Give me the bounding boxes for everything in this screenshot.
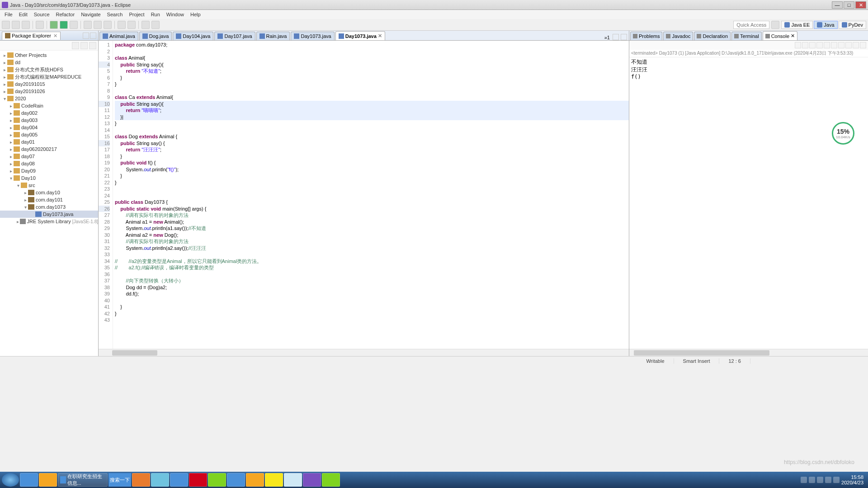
taskbar-ie-icon[interactable]	[20, 473, 38, 487]
debug-icon[interactable]	[50, 21, 58, 29]
menu-run[interactable]: Run	[148, 11, 163, 18]
tree-node[interactable]: ▸Day09	[0, 167, 98, 174]
new-icon[interactable]	[2, 21, 10, 29]
taskbar-360-icon[interactable]	[208, 473, 226, 487]
tree-node[interactable]: ▸day08	[0, 160, 98, 167]
view-min-icon[interactable]	[83, 33, 89, 39]
taskbar-add-icon[interactable]	[322, 473, 340, 487]
tree-node[interactable]: ▸day20191026	[0, 88, 98, 95]
taskbar-youdao-icon[interactable]	[189, 473, 207, 487]
view-menu-icon[interactable]	[89, 42, 96, 49]
newpkg-icon[interactable]	[84, 21, 92, 29]
refresh-icon[interactable]	[104, 21, 112, 29]
menu-project[interactable]: Project	[126, 11, 147, 18]
view-max-icon[interactable]	[860, 42, 866, 48]
tray-net-icon[interactable]	[817, 477, 823, 483]
tree-node[interactable]: ▸day004	[0, 124, 98, 131]
menu-navigate[interactable]: Navigate	[78, 11, 103, 18]
menu-file[interactable]: File	[2, 11, 15, 18]
menu-help[interactable]: Help	[188, 11, 203, 18]
menu-source[interactable]: Source	[31, 11, 52, 18]
save-icon[interactable]	[12, 21, 20, 29]
package-explorer-tab[interactable]: Package Explorer ✕	[2, 32, 61, 40]
code-area[interactable]: package com.day1073; class Animal{ publi…	[113, 41, 629, 349]
tree-node[interactable]: ▸day20191015	[0, 80, 98, 88]
tree-node[interactable]: ▾Day10	[0, 174, 98, 182]
tree-node[interactable]: ▸day07	[0, 153, 98, 160]
taskbar-eclipse-icon[interactable]	[303, 473, 321, 487]
taskbar-explorer-icon[interactable]	[265, 473, 283, 487]
build-icon[interactable]	[36, 21, 44, 29]
tree-node[interactable]: ▸CodeRain	[0, 102, 98, 109]
menu-window[interactable]: Window	[164, 11, 187, 18]
tray-up-icon[interactable]	[801, 477, 807, 483]
tree-node[interactable]: ▸com.day10	[0, 189, 98, 196]
view-tab-terminal[interactable]: Terminal	[731, 32, 762, 40]
tray-flag-icon[interactable]	[809, 477, 815, 483]
tree-node[interactable]: ▸day0620200217	[0, 145, 98, 153]
taskbar-app2-icon[interactable]	[151, 473, 169, 487]
console-remove-icon[interactable]	[816, 42, 823, 48]
editor-tab[interactable]: Day107.java	[214, 32, 255, 40]
taskbar-app-icon[interactable]	[39, 473, 57, 487]
tray-vol-icon[interactable]	[825, 477, 831, 483]
console-terminate-icon[interactable]	[831, 42, 837, 48]
code-editor[interactable]: 1234567891011121314151617181920212223242…	[99, 41, 629, 349]
view-tab-console[interactable]: Console ✕	[763, 31, 797, 40]
start-button[interactable]	[2, 473, 19, 487]
perspective-pydev[interactable]: PyDev	[839, 21, 866, 29]
editor-tab[interactable]: Day1073.java	[291, 32, 334, 40]
editor-tab[interactable]: Rain.java	[256, 32, 290, 40]
console-hscroll[interactable]	[629, 349, 868, 356]
taskbar-firefox-icon[interactable]	[132, 473, 150, 487]
search-icon[interactable]	[127, 21, 136, 29]
menu-search[interactable]: Search	[104, 11, 126, 18]
tree-node[interactable]: ▾com.day1073	[0, 203, 98, 211]
open-perspective-icon[interactable]	[771, 21, 779, 29]
coverage-icon[interactable]	[70, 21, 78, 29]
tree-node[interactable]: ▸day01	[0, 138, 98, 145]
tab-overflow[interactable]: »1	[603, 35, 612, 40]
taskbar-browser-window[interactable]: 在职研究生招生信息...	[58, 473, 108, 487]
tree-node[interactable]: ▸day003	[0, 117, 98, 124]
maximize-button[interactable]: □	[844, 1, 854, 9]
console-clear-icon[interactable]	[795, 42, 801, 48]
console-scroll-lock-icon[interactable]	[802, 42, 808, 48]
editor-tab[interactable]: Day1073.java✕	[335, 31, 385, 40]
taskbar-ie2-icon[interactable]	[227, 473, 245, 487]
tree-node[interactable]: ▸JRE System Library[JavaSE-1.8]	[0, 218, 98, 225]
menu-refactor[interactable]: Refactor	[53, 11, 78, 18]
tree-node[interactable]: ▸com.day101	[0, 196, 98, 203]
view-tab-javadoc[interactable]: Javadoc	[663, 32, 693, 40]
perspective-java[interactable]: Java	[814, 21, 837, 29]
tree-node[interactable]: ▸Other Projects	[0, 52, 98, 59]
editor-tab[interactable]: Day104.java	[173, 32, 213, 40]
editor-min-icon[interactable]	[613, 34, 619, 40]
console-open-icon[interactable]	[845, 42, 852, 48]
console-output[interactable]: 不知道 汪汪汪 f()	[629, 57, 868, 349]
editor-hscroll[interactable]	[99, 349, 629, 356]
tray-ime-icon[interactable]	[833, 477, 840, 483]
quick-access[interactable]: Quick Access	[733, 21, 769, 29]
console-removeall-icon[interactable]	[824, 42, 830, 48]
taskbar-chrome-icon[interactable]	[246, 473, 264, 487]
console-pin-icon[interactable]	[809, 42, 816, 48]
tree-node[interactable]: ▾src	[0, 182, 98, 189]
collapse-all-icon[interactable]	[72, 42, 79, 49]
run-icon[interactable]	[60, 21, 68, 29]
tree-node[interactable]: ▸分布式文件系统HDFS	[0, 66, 98, 73]
tree-node[interactable]: ▸day002	[0, 109, 98, 117]
menu-edit[interactable]: Edit	[16, 11, 30, 18]
close-button[interactable]: ✕	[855, 1, 866, 9]
taskbar-notepad-icon[interactable]	[284, 473, 302, 487]
editor-max-icon[interactable]	[621, 34, 627, 40]
editor-tab[interactable]: Dog.java	[139, 32, 172, 40]
console-display-icon[interactable]	[838, 42, 844, 48]
saveall-icon[interactable]	[22, 21, 30, 29]
tray-clock[interactable]: 15:58 2020/4/23	[841, 474, 863, 485]
link-editor-icon[interactable]	[80, 42, 88, 49]
taskbar-cloud-icon[interactable]	[170, 473, 188, 487]
nav-back-icon[interactable]	[142, 21, 150, 29]
taskbar-search[interactable]: 搜索一下	[108, 473, 131, 487]
newclass-icon[interactable]	[94, 21, 102, 29]
